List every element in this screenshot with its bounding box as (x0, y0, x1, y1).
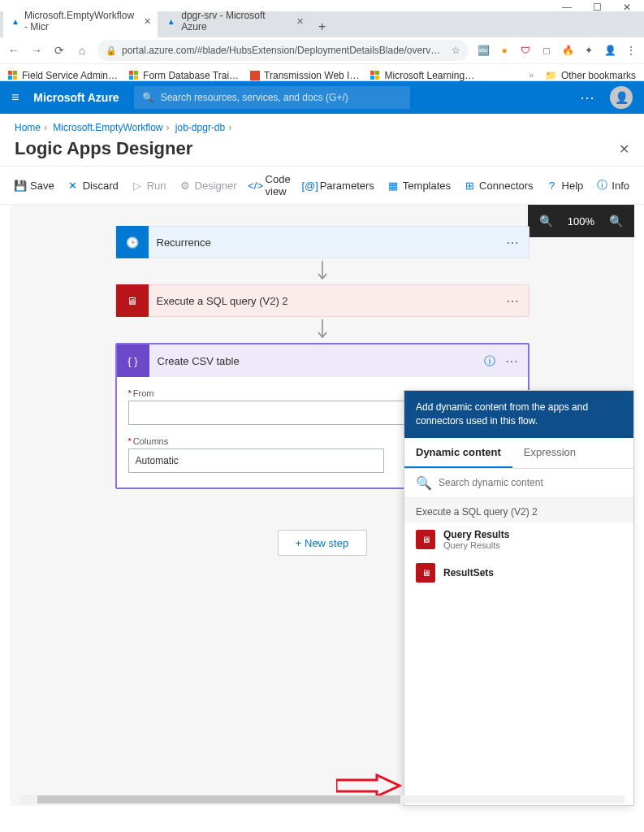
lock-icon: 🔒 (106, 46, 117, 56)
bookmark-label: Form Database Trai… (143, 70, 239, 81)
btn-label: Run (147, 180, 166, 192)
window-maximize[interactable]: ☐ (593, 2, 602, 11)
svg-rect-6 (129, 76, 133, 80)
tab-expression[interactable]: Expression (512, 438, 587, 468)
panel-search-input[interactable] (439, 477, 622, 488)
tab-label: Microsoft.EmptyWorkflow - Micr (24, 10, 134, 32)
star-icon[interactable]: ☆ (452, 45, 460, 56)
menu-icon[interactable]: ≡ (11, 90, 19, 105)
panel-search[interactable]: 🔍 (404, 469, 633, 498)
svg-rect-0 (8, 71, 12, 75)
svg-rect-5 (134, 71, 138, 75)
bookmark-item[interactable]: Form Database Trai… (129, 70, 239, 81)
new-step-button[interactable]: + New step (278, 530, 367, 556)
item-query-results[interactable]: 🖥 Query Results Query Results (404, 522, 633, 557)
bookmarks-overflow[interactable]: » (529, 71, 534, 80)
home-icon[interactable]: ⌂ (75, 44, 89, 57)
svg-rect-10 (370, 76, 374, 80)
connectors-button[interactable]: ⊞Connectors (464, 180, 533, 192)
info-button[interactable]: ⓘInfo (596, 180, 629, 192)
btn-label: Save (30, 180, 54, 192)
ext-icon[interactable]: ◻ (540, 44, 553, 57)
ext-icon[interactable]: ● (498, 44, 511, 57)
braces-icon: { } (117, 344, 149, 377)
puzzle-icon[interactable]: ✦ (582, 44, 595, 57)
ext-icon[interactable]: 🛡 (519, 44, 532, 57)
designer-button[interactable]: ⚙Designer (179, 180, 237, 192)
flow-arrow (115, 258, 529, 284)
forward-icon[interactable]: → (29, 44, 44, 57)
other-bookmarks[interactable]: 📁Other bookmarks (545, 70, 636, 81)
bookmark-item[interactable]: Transmission Web I… (250, 70, 359, 81)
step-recurrence[interactable]: 🕒 Recurrence ⋯ (115, 226, 529, 258)
step-menu-icon[interactable]: ⋯ (496, 293, 529, 309)
code-view-button[interactable]: </>Code view (250, 173, 292, 197)
step-csv-header[interactable]: { } Create CSV table ⓘ ⋯ (117, 344, 528, 377)
zoom-out-icon[interactable]: 🔍 (539, 214, 553, 228)
run-button[interactable]: ▷Run (132, 180, 166, 192)
crumb-workflow[interactable]: Microsoft.EmptyWorkflow (53, 122, 162, 133)
bookmark-item[interactable]: Field Service Admin… (8, 70, 118, 81)
back-icon[interactable]: ← (6, 44, 21, 57)
item-title: Query Results (443, 529, 509, 540)
help-button[interactable]: ?Help (547, 180, 584, 192)
info-icon[interactable]: ⓘ (484, 354, 495, 369)
step-label: Execute a SQL query (V2) 2 (149, 295, 496, 307)
kebab-icon[interactable]: ⋮ (625, 44, 638, 57)
browser-tab-1[interactable]: ▲ Microsoft.EmptyWorkflow - Micr ✕ (3, 5, 158, 37)
window-minimize[interactable]: — (562, 2, 572, 11)
columns-input[interactable] (128, 448, 384, 473)
new-tab-button[interactable]: + (312, 16, 332, 37)
profile-icon[interactable]: 👤 (603, 44, 616, 57)
connectors-icon: ⊞ (464, 180, 475, 191)
bookmark-item[interactable]: Microsoft Learning… (370, 70, 474, 81)
brand[interactable]: Microsoft Azure (33, 91, 119, 104)
page-title: Logic Apps Designer (15, 138, 192, 159)
bookmark-label: Other bookmarks (561, 70, 636, 81)
parameters-button[interactable]: [@]Parameters (305, 180, 374, 192)
translate-icon[interactable]: 🔤 (477, 44, 490, 57)
ms-icon (370, 71, 380, 80)
info-icon: ⓘ (596, 180, 607, 191)
tab-strip: ▲ Microsoft.EmptyWorkflow - Micr ✕ ▲ dpg… (0, 11, 644, 37)
crumb-home[interactable]: Home (15, 122, 41, 133)
global-search[interactable]: 🔍 (134, 86, 410, 109)
designer-canvas[interactable]: 🔍 100% 🔍 🕒 Recurrence ⋯ 🖥 Execute a SQL … (10, 205, 634, 806)
step-label: Create CSV table (149, 355, 495, 367)
svg-rect-8 (370, 71, 374, 75)
step-menu-icon[interactable]: ⋯ (496, 235, 529, 250)
ext-icon[interactable]: 🔥 (561, 44, 574, 57)
step-menu-icon[interactable]: ⋯ (495, 353, 528, 369)
svg-rect-9 (375, 71, 379, 75)
btn-label: Parameters (320, 180, 374, 192)
tab-close-icon[interactable]: ✕ (296, 16, 304, 27)
svg-rect-4 (129, 71, 133, 75)
header-more-icon[interactable]: ⋯ (580, 89, 595, 106)
zoom-in-icon[interactable]: 🔍 (609, 214, 623, 228)
tab-close-icon[interactable]: ✕ (144, 16, 151, 27)
toolbar: 💾Save ✕Discard ▷Run ⚙Designer </>Code vi… (0, 166, 644, 205)
crumb-job[interactable]: job-dpgr-db (175, 122, 225, 133)
tab-dynamic-content[interactable]: Dynamic content (404, 438, 512, 468)
save-button[interactable]: 💾Save (15, 180, 54, 192)
address-bar[interactable]: 🔒 portal.azure.com/#blade/HubsExtension/… (97, 40, 469, 61)
panel-tabs: Dynamic content Expression (404, 438, 633, 469)
reload-icon[interactable]: ⟳ (52, 44, 67, 57)
designer-icon: ⚙ (179, 180, 191, 191)
btn-label: Connectors (479, 180, 533, 192)
browser-tab-2[interactable]: ▲ dpgr-srv - Microsoft Azure ✕ (158, 5, 312, 37)
discard-button[interactable]: ✕Discard (67, 180, 119, 192)
step-sql[interactable]: 🖥 Execute a SQL query (V2) 2 ⋯ (115, 284, 529, 317)
svg-rect-7 (134, 76, 138, 80)
sql-icon: 🖥 (416, 530, 435, 549)
horizontal-scrollbar[interactable] (19, 795, 625, 804)
search-input[interactable] (161, 92, 402, 103)
avatar[interactable]: 👤 (610, 86, 633, 109)
close-blade-icon[interactable]: ✕ (619, 141, 629, 157)
window-close[interactable]: ✕ (623, 2, 631, 11)
svg-rect-11 (375, 76, 379, 80)
azure-favicon-icon: ▲ (166, 15, 176, 27)
search-icon: 🔍 (142, 92, 154, 103)
item-resultsets[interactable]: 🖥 ResultSets (404, 557, 633, 589)
templates-button[interactable]: ▦Templates (387, 180, 451, 192)
